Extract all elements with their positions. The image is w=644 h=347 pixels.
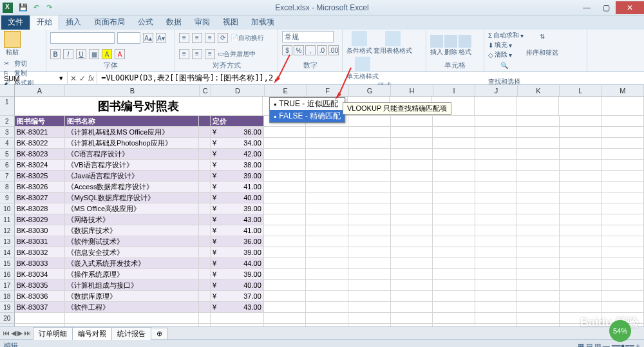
cell[interactable] [475, 225, 518, 236]
cell[interactable] [560, 225, 602, 236]
cell[interactable] [433, 302, 475, 313]
cell[interactable] [517, 313, 560, 324]
option-false[interactable]: ▪FALSE - 精确匹配 [270, 110, 345, 122]
cell[interactable] [433, 149, 475, 160]
cell[interactable] [348, 116, 391, 127]
tab-layout[interactable]: 页面布局 [88, 15, 131, 30]
cell[interactable]: 《MySQL数据库程序设计》 [65, 192, 199, 203]
cell[interactable] [15, 313, 66, 324]
cond-format-button[interactable]: 条件格式 [346, 31, 372, 55]
column-header[interactable]: F [307, 85, 348, 96]
row-header[interactable]: 12 [0, 225, 15, 236]
cell[interactable]: 图书名称 [65, 116, 199, 127]
bold-button[interactable]: B [50, 49, 61, 59]
cell[interactable] [306, 280, 348, 291]
cell[interactable] [517, 138, 560, 149]
row-header[interactable]: 8 [0, 182, 15, 192]
paste-icon[interactable] [4, 31, 21, 48]
cell[interactable] [433, 116, 475, 127]
cell[interactable] [517, 127, 560, 138]
comma-icon[interactable]: , [305, 45, 316, 55]
cell[interactable]: BK-83037 [15, 302, 66, 313]
cell[interactable] [264, 203, 307, 214]
cell[interactable]: BK-83033 [15, 258, 66, 269]
cell[interactable] [199, 247, 211, 258]
row-header[interactable]: 7 [0, 171, 15, 182]
cell[interactable] [199, 258, 211, 269]
cell[interactable]: 《计算机组成与接口》 [65, 280, 199, 291]
cell[interactable] [306, 291, 348, 302]
cell[interactable] [391, 236, 433, 247]
cell[interactable]: BK-83030 [15, 225, 66, 236]
row-header[interactable]: 15 [0, 258, 15, 269]
cell[interactable] [199, 280, 211, 291]
cell[interactable]: ¥40.00 [211, 192, 264, 203]
accept-formula-icon[interactable]: ✓ [79, 74, 86, 83]
cell[interactable]: BK-83036 [15, 291, 66, 302]
format-cell-button[interactable]: 格式 [459, 35, 471, 57]
cell[interactable] [560, 247, 602, 258]
cell[interactable] [391, 116, 433, 127]
cell[interactable] [560, 138, 602, 149]
cell[interactable] [391, 247, 433, 258]
cell[interactable] [65, 313, 199, 324]
cell[interactable] [306, 247, 348, 258]
cell[interactable]: 《数据库原理》 [65, 291, 199, 302]
cell[interactable] [601, 236, 644, 247]
cell[interactable] [560, 160, 602, 171]
cell[interactable] [264, 214, 307, 225]
cell[interactable] [559, 97, 601, 116]
cell[interactable] [348, 127, 391, 138]
select-all-corner[interactable] [0, 85, 15, 96]
delete-cell-button[interactable]: 删除 [444, 35, 457, 57]
cell[interactable] [306, 182, 348, 192]
cell[interactable]: ¥37.00 [211, 291, 264, 302]
cell[interactable] [391, 214, 433, 225]
cell[interactable] [65, 324, 199, 326]
cell[interactable] [433, 324, 475, 326]
cell[interactable] [199, 236, 211, 247]
cell[interactable] [560, 236, 602, 247]
cell[interactable] [475, 149, 518, 160]
tab-addin[interactable]: 加载项 [245, 15, 281, 30]
cell[interactable] [517, 97, 560, 116]
cell[interactable] [348, 313, 391, 324]
cell[interactable] [475, 214, 518, 225]
cell[interactable] [348, 236, 391, 247]
cell[interactable] [306, 214, 348, 225]
cell[interactable] [348, 258, 391, 269]
row-header[interactable]: 20 [0, 313, 15, 324]
sort-filter-button[interactable]: ⇅排序和筛选 [526, 33, 558, 57]
column-header[interactable]: M [602, 85, 644, 96]
cut-button[interactable]: ✂剪切 [4, 59, 33, 68]
chevron-down-icon[interactable]: ▾ [59, 74, 63, 82]
align-bot-icon[interactable]: ≡ [205, 33, 215, 43]
undo-icon[interactable]: ↶ [31, 3, 41, 13]
cell[interactable] [433, 192, 475, 203]
row-header[interactable]: 3 [0, 127, 15, 138]
decrease-font-icon[interactable]: A▾ [156, 33, 166, 43]
cell[interactable] [517, 225, 560, 236]
cell[interactable]: ¥36.00 [211, 127, 264, 138]
cell[interactable] [306, 127, 348, 138]
cell[interactable]: BK-83026 [15, 182, 66, 192]
tab-formula[interactable]: 公式 [131, 15, 160, 30]
cell[interactable] [517, 291, 560, 302]
cell[interactable]: 《数据库技术》 [65, 225, 199, 236]
cell[interactable] [264, 302, 307, 313]
cell[interactable] [601, 138, 644, 149]
cell[interactable] [391, 149, 433, 160]
cell[interactable] [433, 258, 475, 269]
increase-font-icon[interactable]: A▴ [143, 33, 153, 43]
tab-view[interactable]: 视图 [216, 15, 245, 30]
cell[interactable] [264, 192, 307, 203]
sheet-tab[interactable]: 订单明细 [33, 327, 73, 340]
cell[interactable] [391, 291, 433, 302]
cell[interactable] [264, 225, 307, 236]
cell[interactable] [433, 280, 475, 291]
cell[interactable] [264, 258, 307, 269]
redo-icon[interactable]: ↷ [44, 3, 54, 13]
cell[interactable] [517, 236, 560, 247]
row-header[interactable]: 4 [0, 138, 15, 149]
percent-icon[interactable]: % [294, 45, 304, 55]
